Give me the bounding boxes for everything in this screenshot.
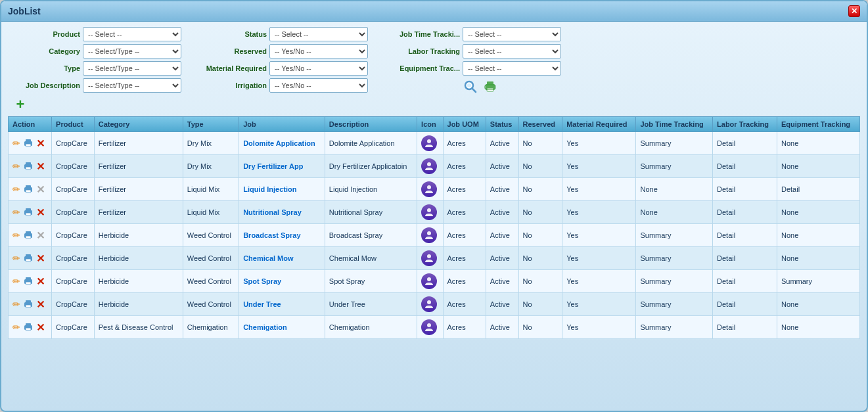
status-select[interactable]: -- Select -- bbox=[269, 27, 368, 41]
filter-irrigation-row: Irrigation -- Yes/No -- bbox=[194, 78, 368, 93]
cell-reserved: No bbox=[518, 247, 562, 270]
print-row-icon[interactable] bbox=[23, 207, 34, 218]
cell-uom: Acres bbox=[443, 316, 486, 339]
cell-job: Broadcast Spray bbox=[239, 224, 325, 247]
svg-rect-17 bbox=[26, 190, 31, 193]
jobtime-select[interactable]: -- Select -- bbox=[463, 27, 561, 41]
edit-icon[interactable]: ✏ bbox=[12, 207, 20, 217]
add-button[interactable]: + bbox=[11, 95, 30, 114]
svg-rect-33 bbox=[26, 282, 31, 285]
irrigation-select[interactable]: -- Yes/No -- bbox=[269, 78, 368, 93]
cell-jobtime: Summary bbox=[636, 132, 713, 155]
product-select[interactable]: -- Select -- bbox=[83, 27, 181, 41]
cell-material: Yes bbox=[562, 270, 636, 293]
job-link[interactable]: Chemigation bbox=[243, 323, 287, 331]
cell-labor: Detail bbox=[713, 178, 777, 201]
edit-icon[interactable]: ✏ bbox=[12, 322, 20, 332]
filter-material-row: Material Required -- Yes/No -- bbox=[194, 61, 368, 76]
job-link[interactable]: Spot Spray bbox=[243, 277, 281, 285]
cell-icon bbox=[417, 224, 443, 247]
cell-description: Chemigation bbox=[325, 316, 417, 339]
equipment-select[interactable]: -- Select -- bbox=[463, 61, 561, 76]
cell-jobtime: Summary bbox=[636, 224, 713, 247]
cell-jobtime: Summary bbox=[636, 316, 713, 339]
delete-icon[interactable]: ✕ bbox=[36, 206, 45, 219]
job-link[interactable]: Liquid Injection bbox=[243, 185, 296, 193]
cell-material: Yes bbox=[562, 247, 636, 270]
category-select[interactable]: -- Select/Type -- bbox=[83, 44, 181, 58]
cell-icon bbox=[417, 293, 443, 316]
print-row-icon[interactable] bbox=[23, 138, 34, 149]
search-button[interactable] bbox=[463, 80, 478, 94]
cell-job: Nutritional Spray bbox=[239, 201, 325, 224]
edit-icon[interactable]: ✏ bbox=[12, 138, 20, 149]
print-row-icon[interactable] bbox=[23, 276, 34, 287]
action-cell: ✏ ✕ bbox=[9, 132, 52, 155]
delete-icon[interactable]: ✕ bbox=[36, 298, 45, 311]
cell-reserved: No bbox=[518, 270, 562, 293]
edit-icon[interactable]: ✏ bbox=[12, 184, 20, 195]
job-icon bbox=[421, 296, 437, 312]
type-select[interactable]: -- Select/Type -- bbox=[83, 61, 181, 76]
delete-icon[interactable]: ✕ bbox=[36, 275, 45, 288]
edit-icon[interactable]: ✏ bbox=[12, 161, 20, 172]
print-row-icon[interactable] bbox=[23, 299, 34, 310]
col-labor: Labor Tracking bbox=[713, 117, 777, 132]
svg-point-14 bbox=[427, 162, 431, 166]
table-row: ✏ ✕ CropCareFertilizerDry MixDolomite Ap… bbox=[9, 132, 860, 155]
cell-labor: Detail bbox=[713, 293, 777, 316]
delete-icon[interactable]: ✕ bbox=[36, 229, 45, 242]
cell-labor: Detail bbox=[713, 247, 777, 270]
edit-icon[interactable]: ✏ bbox=[12, 230, 20, 240]
action-cell: ✏ ✕ bbox=[9, 293, 52, 316]
delete-icon[interactable]: ✕ bbox=[36, 183, 45, 196]
job-link[interactable]: Dolomite Application bbox=[243, 139, 315, 147]
cell-category: Fertilizer bbox=[94, 132, 183, 155]
reserved-select[interactable]: -- Yes/No -- bbox=[269, 44, 368, 58]
job-link[interactable]: Broadcast Spray bbox=[243, 231, 300, 239]
print-row-icon[interactable] bbox=[23, 230, 34, 241]
edit-icon[interactable]: ✏ bbox=[12, 253, 20, 263]
add-row: + bbox=[1, 94, 867, 116]
cell-category: Herbicide bbox=[94, 270, 183, 293]
print-button[interactable] bbox=[483, 80, 497, 94]
delete-icon[interactable]: ✕ bbox=[36, 160, 45, 173]
cell-type: Liquid Mix bbox=[183, 201, 239, 224]
svg-point-26 bbox=[427, 231, 431, 235]
labor-select[interactable]: -- Select -- bbox=[463, 44, 561, 58]
job-link[interactable]: Dry Fertilizer App bbox=[243, 162, 303, 170]
cell-category: Herbicide bbox=[94, 224, 183, 247]
job-icon bbox=[421, 273, 437, 289]
job-link[interactable]: Under Tree bbox=[243, 300, 281, 308]
job-link[interactable]: Chemical Mow bbox=[243, 254, 293, 262]
delete-icon[interactable]: ✕ bbox=[36, 137, 45, 150]
main-window: JobList ✕ Product -- Select -- Category … bbox=[0, 0, 868, 412]
cell-type: Dry Mix bbox=[183, 132, 239, 155]
filter-category-row: Category -- Select/Type -- bbox=[11, 44, 181, 58]
job-link[interactable]: Nutritional Spray bbox=[243, 208, 302, 216]
cell-icon bbox=[417, 270, 443, 293]
delete-icon[interactable]: ✕ bbox=[36, 252, 45, 265]
cell-job: Chemigation bbox=[239, 316, 325, 339]
cell-equipment: None bbox=[777, 293, 859, 316]
svg-rect-32 bbox=[26, 277, 31, 280]
print-row-icon[interactable] bbox=[23, 184, 34, 195]
edit-icon[interactable]: ✏ bbox=[12, 276, 20, 286]
cell-icon bbox=[417, 155, 443, 178]
print-row-icon[interactable] bbox=[23, 322, 34, 333]
edit-icon[interactable]: ✏ bbox=[12, 299, 20, 309]
filter-col-2: Status -- Select -- Reserved -- Yes/No -… bbox=[194, 27, 368, 94]
cell-material: Yes bbox=[562, 201, 636, 224]
jobdesc-select[interactable]: -- Select/Type -- bbox=[83, 78, 181, 93]
material-select[interactable]: -- Yes/No -- bbox=[269, 61, 368, 76]
svg-rect-13 bbox=[26, 167, 31, 170]
print-row-icon[interactable] bbox=[23, 253, 34, 264]
cell-jobtime: Summary bbox=[636, 155, 713, 178]
cell-equipment: Summary bbox=[777, 270, 859, 293]
cell-type: Dry Mix bbox=[183, 155, 239, 178]
cell-uom: Acres bbox=[443, 293, 486, 316]
print-row-icon[interactable] bbox=[23, 161, 34, 172]
delete-icon[interactable]: ✕ bbox=[36, 321, 45, 334]
cell-jobtime: Summary bbox=[636, 270, 713, 293]
close-button[interactable]: ✕ bbox=[848, 5, 860, 17]
